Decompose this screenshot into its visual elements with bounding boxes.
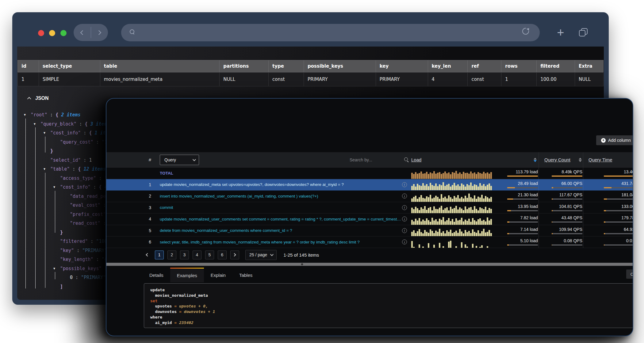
info-icon[interactable]: i	[402, 205, 407, 210]
sparkline-bar	[424, 173, 426, 179]
query-link[interactable]: insert into movies_normalized_user_comme…	[160, 194, 318, 198]
sparkline-bar	[413, 174, 415, 179]
info-icon[interactable]: i	[402, 239, 407, 244]
page-size-select[interactable]: 25 / page	[245, 250, 277, 260]
add-column-button[interactable]: + Add column	[596, 135, 633, 145]
sparkline-bar	[477, 187, 479, 190]
minimize-traffic-light[interactable]	[49, 30, 55, 36]
sparkline-bar	[468, 208, 470, 213]
next-page-button[interactable]	[230, 251, 239, 259]
search-input[interactable]	[349, 157, 401, 163]
sparkline-bar	[472, 173, 473, 179]
sparkline-bar	[437, 186, 439, 190]
sparkline-bar	[424, 230, 426, 236]
sparkline-bar	[430, 207, 431, 213]
query-count-sort-control[interactable]	[579, 158, 582, 162]
tree-expand-arrow[interactable]: ▼	[44, 128, 50, 138]
address-bar[interactable]	[121, 24, 540, 41]
json-token: "key_length"	[60, 257, 93, 262]
query-count-column-header[interactable]: Query Count	[544, 157, 570, 162]
back-button[interactable]	[74, 24, 91, 41]
sparkline-bar	[466, 232, 468, 236]
refresh-icon[interactable]	[522, 28, 529, 35]
query-filter-dropdown[interactable]: Query	[160, 155, 199, 165]
tree-expand-arrow[interactable]: ▼	[24, 110, 31, 119]
row-number: 5	[106, 225, 155, 236]
sparkline-bar	[428, 208, 429, 213]
metric-bar-fill	[604, 221, 605, 223]
sparkline-bar	[450, 241, 451, 248]
sparkline-bar	[483, 184, 485, 190]
info-icon[interactable]: i	[402, 217, 407, 221]
sparkline-bar	[455, 218, 457, 224]
search-icon[interactable]	[404, 157, 409, 162]
tree-expand-arrow[interactable]: ▼	[44, 164, 50, 174]
query-link[interactable]: update movies_normalized_meta set upvote…	[160, 182, 344, 187]
load-sort-control[interactable]	[534, 158, 537, 162]
sparkline-bar	[428, 243, 429, 247]
query-table-row[interactable]: 5delete from movies_normalized_user_comm…	[106, 225, 633, 237]
sparkline-bar	[426, 184, 427, 190]
page-button[interactable]: 2	[167, 251, 176, 259]
query-table-row[interactable]: 6select year, title, imdb_rating from mo…	[106, 236, 633, 248]
sort-desc-icon	[579, 160, 582, 162]
info-icon[interactable]: i	[402, 228, 407, 233]
page-button[interactable]: 1	[155, 251, 164, 259]
sparkline-bar	[455, 231, 457, 236]
close-button[interactable]: Close	[626, 270, 633, 279]
sparkline-bar	[422, 183, 424, 190]
sparkline-bar	[474, 184, 475, 190]
query-table-row[interactable]: TOTAL113.79 load8.49k QPS13.40	[106, 168, 633, 179]
load-column-header[interactable]: Load	[411, 157, 421, 162]
chevron-right-icon	[232, 253, 236, 256]
splitter-handle-icon	[300, 263, 305, 266]
query-time-column-header[interactable]: Query Time	[588, 157, 612, 162]
query-link[interactable]: TOTAL	[160, 171, 173, 175]
sparkline-bar	[463, 221, 464, 225]
metric-bar	[604, 175, 633, 177]
sparkline-bar	[485, 221, 486, 225]
sparkline-bar	[472, 186, 473, 190]
sparkline-bar	[446, 220, 448, 224]
info-icon[interactable]: i	[402, 194, 407, 198]
query-link[interactable]: update movies_normalized_user_comments s…	[160, 217, 402, 221]
query-table-row[interactable]: 3commiti13.95 load104.81 QPS133.06	[106, 202, 633, 214]
tab-details[interactable]: Details	[143, 268, 170, 282]
load-value: 13.95 load	[518, 204, 538, 209]
tab-overview-button[interactable]	[579, 28, 588, 37]
maximize-traffic-light[interactable]	[60, 30, 67, 36]
sparkline-bar	[479, 247, 481, 248]
sparkline-bar	[435, 183, 437, 190]
query-time-value-cell: 431.74	[583, 179, 633, 190]
page-button[interactable]: 6	[218, 251, 227, 259]
tree-expand-arrow[interactable]: ▼	[34, 119, 40, 129]
json-token: "select_id"	[50, 157, 81, 163]
query-link[interactable]: commit	[160, 205, 173, 210]
prev-page-button[interactable]	[143, 251, 151, 259]
tree-expand-arrow[interactable]: ▼	[53, 264, 60, 273]
json-token: 0	[70, 275, 73, 280]
json-token: {	[78, 166, 83, 172]
info-icon[interactable]: i	[402, 182, 407, 187]
tab-examples[interactable]: Examples	[170, 268, 204, 282]
new-tab-button[interactable]: +	[555, 24, 566, 40]
query-table-row[interactable]: 4update movies_normalized_user_comments …	[106, 213, 633, 225]
page-button[interactable]: 3	[180, 251, 189, 259]
tab-explain[interactable]: Explain	[204, 268, 232, 282]
tree-expand-arrow[interactable]: ▼	[53, 183, 60, 192]
panel-splitter[interactable]	[106, 263, 633, 266]
json-token: "prefix_cost"	[70, 212, 106, 217]
query-link[interactable]: delete from movies_normalized_user_comme…	[160, 228, 292, 233]
close-traffic-light[interactable]	[38, 30, 44, 36]
sparkline-bar	[424, 206, 426, 213]
query-table-row[interactable]: 1update movies_normalized_meta set upvot…	[106, 179, 633, 191]
page-button[interactable]: 4	[193, 251, 201, 259]
query-link[interactable]: select year, title, imdb_rating from mov…	[160, 240, 360, 244]
json-token: "eval_cost"	[70, 202, 100, 208]
page-button[interactable]: 5	[205, 251, 214, 259]
forward-button[interactable]	[91, 24, 108, 41]
query-count-value: 117.67 QPS	[559, 192, 582, 197]
sparkline-bar	[420, 186, 422, 190]
query-table-row[interactable]: 2insert into movies_normalized_user_comm…	[106, 190, 633, 202]
tab-tables[interactable]: Tables	[232, 268, 259, 282]
